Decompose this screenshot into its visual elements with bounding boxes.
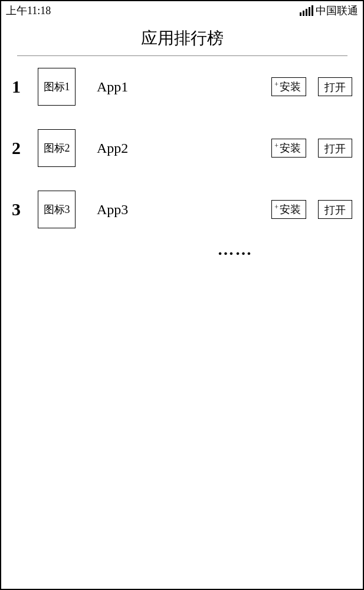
plus-icon: + [274,80,278,89]
app-list: 1 图标1 App1 + 安装 打开 2 图标2 App2 + 安装 打开 [1,56,363,259]
open-button[interactable]: 打开 [318,200,352,219]
status-time: 上午11:18 [6,4,51,18]
install-button[interactable]: + 安装 [271,77,306,96]
open-button[interactable]: 打开 [318,77,352,96]
open-button[interactable]: 打开 [318,139,352,158]
rank-number: 3 [12,199,33,219]
install-button[interactable]: + 安装 [271,139,306,158]
ellipsis-indicator: …… [118,240,352,259]
plus-icon: + [274,203,278,212]
app-icon[interactable]: 图标2 [38,129,76,167]
list-item[interactable]: 2 图标2 App2 + 安装 打开 [12,129,352,167]
install-label: 安装 [280,141,301,155]
app-name: App1 [97,79,271,95]
rank-number: 2 [12,138,33,158]
app-icon-label: 图标2 [44,141,70,155]
action-buttons: + 安装 打开 [271,139,352,158]
install-label: 安装 [280,202,301,217]
list-item[interactable]: 3 图标3 App3 + 安装 打开 [12,191,352,228]
status-bar: 上午11:18 中国联通 [1,1,363,20]
install-label: 安装 [280,80,301,94]
open-label: 打开 [324,143,346,155]
signal-icon [300,5,313,16]
status-carrier: 中国联通 [316,4,358,18]
app-icon[interactable]: 图标3 [38,191,76,228]
plus-icon: + [274,142,278,150]
status-right: 中国联通 [300,4,358,18]
list-item[interactable]: 1 图标1 App1 + 安装 打开 [12,68,352,106]
action-buttons: + 安装 打开 [271,77,352,96]
open-label: 打开 [324,81,346,93]
app-icon[interactable]: 图标1 [38,68,76,106]
page-title: 应用排行榜 [1,27,363,55]
install-button[interactable]: + 安装 [271,200,306,219]
app-name: App2 [97,140,271,156]
app-name: App3 [97,202,271,218]
app-icon-label: 图标1 [44,80,70,94]
title-section: 应用排行榜 [1,27,363,56]
rank-number: 1 [12,77,33,97]
app-icon-label: 图标3 [44,202,70,217]
action-buttons: + 安装 打开 [271,200,352,219]
open-label: 打开 [324,204,346,216]
